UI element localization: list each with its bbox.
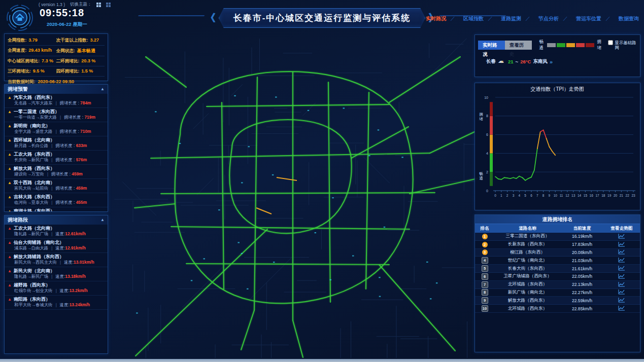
segment-text: 隆礼路→新民广场: [14, 274, 48, 279]
trend-chart-icon[interactable]: [618, 241, 625, 248]
legend-smooth-label: 畅通: [539, 39, 545, 51]
separator: ｜: [50, 245, 54, 250]
list-item[interactable]: ▲西环城路（北向南）新月路→长白公路｜拥堵长度 : 633m: [5, 136, 108, 151]
stat-value: 3.79: [28, 38, 38, 43]
collapse-icon[interactable]: ▲: [100, 215, 105, 225]
list-item[interactable]: ▲仙台大街辅路（南向北）浦东路→自由大路｜速度:12.91km/h: [5, 239, 108, 253]
list-item-detail: 无名路→汽车大路东｜拥堵长度 : 784m: [8, 100, 105, 106]
list-item[interactable]: ▲解放大路辅路（东向西）新民大街→西民主大街｜速度:13.01km/h: [5, 253, 108, 267]
list-item-detail: 浦东路→自由大路｜速度:12.91km/h: [8, 245, 105, 251]
stat-value: 基本畅通: [77, 48, 95, 54]
svg-text:8: 8: [486, 114, 488, 118]
stat-label: 二环拥堵比:: [56, 58, 80, 64]
svg-text:14: 14: [578, 194, 582, 197]
stat-value: 3.27: [90, 38, 99, 43]
svg-text:12: 12: [565, 194, 569, 197]
tpi-trend-chart: 交通指数（TPI）走势图0246810拥堵畅通01234567891011121…: [475, 83, 640, 210]
rank-badge: 3: [482, 249, 488, 255]
road-ranking-panel: 道路拥堵排名 排名道路名称当前速度查看走势图 1三零二国道（东向西）16.19k…: [474, 214, 640, 352]
trend-chart-icon[interactable]: [618, 273, 625, 280]
segment-text: 和平大街→春城大街: [14, 302, 52, 307]
svg-text:15: 15: [584, 194, 588, 197]
list-item[interactable]: ▲工农大路（北向南）隆礼路→新民广场｜速度:12.61km/h: [5, 225, 108, 239]
basemap-checkbox[interactable]: [608, 40, 613, 45]
legend-swatches: [547, 43, 594, 47]
nav-item-1[interactable]: 区域指数: [463, 15, 484, 22]
road-name-cell: 北环城路（东向西）: [494, 281, 561, 287]
value-label: 拥堵长度 :: [55, 143, 76, 148]
list-item[interactable]: ▲越野路（西向东）红领巾街→创业大街｜速度:13.2km/h: [5, 281, 108, 296]
list-item[interactable]: ▲双十西路（北向南）富民大街→站前街｜拥堵长度 : 459m: [5, 179, 108, 193]
list-item[interactable]: ▲吉林大路（东向西）临河街→亚泰大街｜拥堵长度 : 455m: [5, 193, 108, 207]
trend-chart-icon[interactable]: [618, 233, 625, 240]
road-name-cell: 北环城路（西向东）: [494, 306, 561, 312]
congested-sections-list: ▲工农大路（北向南）隆礼路→新民广场｜速度:12.61km/h▲仙台大街辅路（南…: [5, 225, 108, 353]
stat-value: 7.3 %: [42, 58, 53, 63]
segment-text: 红领巾街→创业大街: [14, 288, 52, 293]
value-text: 459m: [72, 171, 82, 176]
trend-chart-icon[interactable]: [618, 249, 625, 256]
city-road-map[interactable]: [104, 25, 480, 358]
list-item[interactable]: ▲南湖大路（东向西）南湖新村中街→南湖广场｜拥堵长度 : 453m: [5, 207, 108, 211]
svg-text:拥: 拥: [479, 112, 483, 117]
svg-text:畅: 畅: [479, 171, 483, 176]
svg-text:6: 6: [486, 133, 488, 136]
list-item[interactable]: ▲一零二国道（东向西）一零一街道→东荣大路｜拥堵长度 : 719m: [5, 108, 108, 122]
nav-item-3[interactable]: 节点分析: [538, 15, 559, 22]
weather-more-link[interactable]: »: [550, 59, 553, 65]
road-name: 新明街（南向北）: [14, 123, 50, 129]
separator: ｜: [50, 200, 54, 205]
value-label: 拥堵长度 :: [60, 129, 80, 134]
nav-item-2[interactable]: 道路监测: [501, 15, 521, 22]
trend-chart-icon[interactable]: [618, 305, 625, 312]
value-text: 13.24km/h: [70, 302, 90, 307]
warning-triangle-icon: ▲: [8, 282, 12, 288]
trend-chart-icon[interactable]: [618, 257, 625, 264]
value-label: 拥堵长度 :: [55, 186, 76, 191]
list-item-detail: 和平大街→春城大街｜速度:13.24km/h: [8, 302, 105, 308]
trend-chart-icon[interactable]: [618, 281, 625, 288]
version-label: ( version 1.3 ): [39, 2, 65, 7]
date-label: 2020-06-22 星期一: [47, 21, 87, 28]
road-name: 汽车大路（西向东）: [14, 95, 55, 100]
trend-chart-icon[interactable]: [618, 289, 625, 296]
trend-cell: [603, 265, 640, 272]
theme-grid-icon-dark[interactable]: [106, 3, 111, 7]
nav-item-4[interactable]: 营运车位置: [576, 15, 601, 22]
trend-chart-icon[interactable]: [618, 265, 625, 272]
separator: ｜: [50, 157, 54, 162]
speed-cell: 21.03km/h: [561, 258, 603, 263]
nav-separator: [525, 17, 534, 21]
tab-realtime-traffic[interactable]: 实时路况: [478, 41, 505, 50]
list-item-detail: 新民大街→西民主大街｜速度:13.01km/h: [8, 260, 105, 265]
tab-view-history[interactable]: 查看历史: [505, 41, 532, 50]
svg-text:10: 10: [484, 96, 488, 99]
list-item[interactable]: ▲南阳路（东向西）和平大街→春城大街｜速度:13.24km/h: [5, 296, 108, 310]
stat-value: 20.3 %: [81, 58, 95, 63]
list-item[interactable]: ▲汽车大路（西向东）无名路→汽车大路东｜拥堵长度 : 784m: [5, 94, 108, 108]
list-item[interactable]: ▲新明街（南向北）全宇大路→盛世大路｜拥堵长度 : 710m: [5, 122, 108, 136]
rank-cell: 1: [475, 234, 494, 239]
rank-cell: 10: [475, 305, 494, 312]
table-row: 8新民广场（南向北）22.27km/h: [475, 289, 640, 297]
nav-item-0[interactable]: 实时路况: [426, 15, 446, 22]
trend-chart-icon[interactable]: [618, 297, 625, 304]
rank-badge: 8: [482, 289, 488, 296]
road-name: 仙台大街辅路（南向北）: [14, 240, 64, 245]
bottom-scrollbar[interactable]: [0, 359, 644, 362]
warning-triangle-icon: ▲: [8, 268, 12, 274]
table-row: 5长春大街（东向西）21.61km/h: [475, 265, 640, 273]
list-item[interactable]: ▲解放大路（西向东）建设街→万宝街｜拥堵长度 : 459m: [5, 165, 108, 179]
collapse-icon[interactable]: ▲: [100, 85, 105, 94]
svg-text:20: 20: [614, 194, 618, 197]
road-name: 双十西路（北向南）: [14, 180, 55, 186]
list-item[interactable]: ▲新民大街（北向南）隆礼路→新民广场｜速度:13.18km/h: [5, 267, 108, 281]
value-label: 速度:: [60, 288, 70, 293]
list-item[interactable]: ▲工农大路（东向西）长庆街→新民广场｜拥堵长度 : 576m: [5, 151, 108, 165]
road-network-layer: [134, 57, 478, 357]
road-name-cell: 柳江路（东向西）: [494, 249, 561, 256]
nav-item-5[interactable]: 数据查询: [619, 15, 639, 22]
theme-grid-icon-light[interactable]: [96, 3, 101, 7]
stat-pair-0: 全网指数:3.79: [8, 35, 56, 46]
home-button[interactable]: [6, 3, 33, 32]
